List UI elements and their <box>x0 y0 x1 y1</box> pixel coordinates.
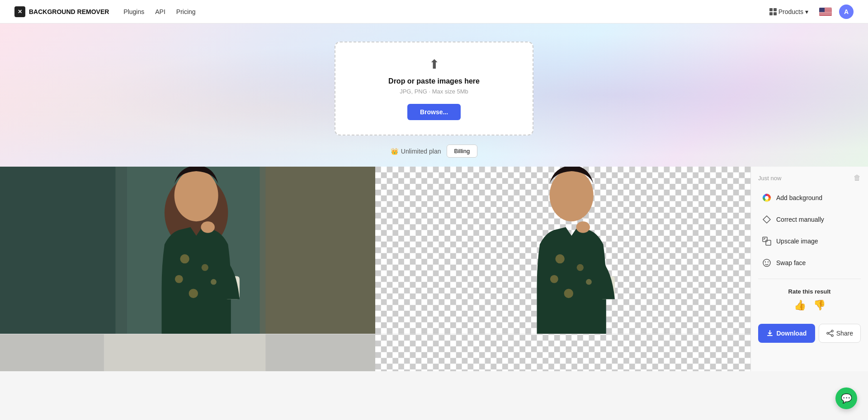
upscale-image-label: Upscale image <box>776 238 818 245</box>
panel-timestamp-row: Just now 🗑 <box>751 174 868 187</box>
download-label: Download <box>776 330 807 337</box>
add-background-action[interactable]: Add background <box>755 187 864 208</box>
svg-rect-12 <box>819 15 832 15</box>
swap-face-label: Swap face <box>776 259 806 266</box>
svg-point-21 <box>202 264 208 271</box>
images-area <box>0 167 750 371</box>
svg-rect-11 <box>819 14 832 15</box>
svg-point-22 <box>175 275 183 283</box>
chat-bubble[interactable] <box>835 387 857 409</box>
svg-point-37 <box>564 289 573 298</box>
plan-icon: 👑 <box>391 148 398 155</box>
svg-point-55 <box>768 261 769 262</box>
svg-point-39 <box>576 221 590 233</box>
products-label: Products <box>778 8 803 15</box>
svg-rect-13 <box>819 8 825 12</box>
upload-title: Drop or paste images here <box>354 77 514 85</box>
svg-point-33 <box>555 254 564 263</box>
svg-point-23 <box>211 279 217 285</box>
svg-rect-7 <box>819 12 832 12</box>
svg-point-48 <box>765 196 769 200</box>
original-person-figure <box>0 167 375 334</box>
diamond-icon <box>762 215 772 224</box>
svg-line-61 <box>829 334 831 335</box>
upload-icon: ⬆ <box>354 57 514 72</box>
svg-rect-50 <box>766 240 771 245</box>
rate-title: Rate this result <box>758 288 861 295</box>
svg-rect-8 <box>819 13 832 13</box>
svg-rect-56 <box>767 335 773 336</box>
correct-manually-action[interactable]: Correct manually <box>755 209 864 230</box>
result-image-2 <box>375 334 750 371</box>
svg-point-34 <box>577 264 584 271</box>
svg-rect-49 <box>763 237 767 242</box>
language-flag[interactable] <box>819 8 832 16</box>
download-icon <box>766 330 774 337</box>
svg-point-35 <box>550 275 558 283</box>
svg-rect-9 <box>819 13 832 14</box>
divider <box>758 279 861 279</box>
svg-rect-41 <box>104 334 266 371</box>
chevron-down-icon: ▾ <box>805 8 808 15</box>
checker-background <box>375 167 750 334</box>
products-grid-icon <box>769 8 777 15</box>
original-image-1 <box>0 167 375 334</box>
browse-button[interactable]: Browse... <box>407 104 461 120</box>
header-left: BACKGROUND REMOVER Plugins API Pricing <box>14 6 196 17</box>
svg-rect-46 <box>375 334 750 371</box>
header-right: Products ▾ A <box>766 5 854 19</box>
timestamp-label: Just now <box>758 175 781 182</box>
svg-point-57 <box>831 330 833 332</box>
thumbs-down-button[interactable]: 👎 <box>813 299 826 311</box>
result-image-1 <box>375 167 750 334</box>
header: BACKGROUND REMOVER Plugins API Pricing P… <box>0 0 868 23</box>
logo: BACKGROUND REMOVER <box>14 6 109 17</box>
add-background-label: Add background <box>776 194 822 201</box>
main-content: Just now 🗑 Add background <box>0 167 868 371</box>
right-panel: Just now 🗑 Add background <box>750 167 868 371</box>
swap-face-action[interactable]: Swap face <box>755 252 864 273</box>
billing-button[interactable]: Billing <box>447 145 478 158</box>
svg-rect-15 <box>0 167 127 334</box>
delete-icon[interactable]: 🗑 <box>854 174 861 182</box>
nav-api[interactable]: API <box>155 8 165 15</box>
svg-point-20 <box>180 254 189 263</box>
svg-line-60 <box>829 331 831 333</box>
nav-plugins[interactable]: Plugins <box>123 8 144 15</box>
upscale-icon <box>762 236 772 246</box>
avatar[interactable]: A <box>839 5 854 19</box>
svg-point-19 <box>175 169 218 221</box>
plan-label: Unlimited plan <box>401 148 441 155</box>
svg-point-26 <box>201 221 215 233</box>
nav-pricing[interactable]: Pricing <box>176 8 196 15</box>
color-wheel-icon <box>762 193 772 203</box>
logo-icon <box>14 6 25 17</box>
svg-point-58 <box>827 332 829 334</box>
svg-point-59 <box>831 335 833 336</box>
share-button[interactable]: Share <box>819 324 861 343</box>
share-icon <box>826 330 834 337</box>
image-row-1 <box>0 167 750 334</box>
nav: Plugins API Pricing <box>123 8 195 15</box>
rate-buttons: 👍 👎 <box>758 299 861 311</box>
face-icon <box>762 258 772 268</box>
upscale-image-action[interactable]: Upscale image <box>755 231 864 252</box>
upload-subtitle: JPG, PNG · Max size 5Mb <box>354 88 514 95</box>
correct-manually-label: Correct manually <box>776 216 824 223</box>
plan-info: 👑 Unlimited plan <box>391 148 441 155</box>
original-image-2 <box>0 334 375 371</box>
download-button[interactable]: Download <box>758 324 815 343</box>
svg-rect-16 <box>260 167 375 334</box>
thumbs-up-button[interactable]: 👍 <box>794 299 806 311</box>
plan-bar: 👑 Unlimited plan Billing <box>391 145 477 158</box>
rate-section: Rate this result 👍 👎 <box>751 285 868 315</box>
svg-point-32 <box>550 169 594 221</box>
share-label: Share <box>836 330 853 337</box>
upload-card: ⬆ Drop or paste images here JPG, PNG · M… <box>335 42 533 135</box>
app-name: BACKGROUND REMOVER <box>29 8 109 15</box>
products-button[interactable]: Products ▾ <box>766 6 812 17</box>
svg-point-54 <box>765 261 766 262</box>
svg-rect-10 <box>819 14 832 14</box>
svg-point-53 <box>763 259 770 266</box>
image-row-2 <box>0 334 750 371</box>
